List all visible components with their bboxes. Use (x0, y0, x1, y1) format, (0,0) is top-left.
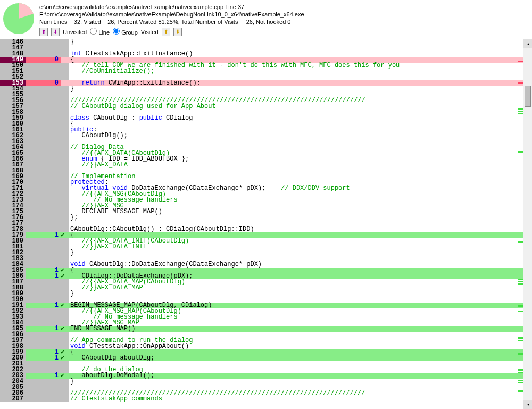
code-text: // Implementation (69, 174, 532, 180)
code-line[interactable]: 204} (0, 379, 532, 385)
line-radio[interactable]: Line (90, 28, 110, 36)
scroll-down-icon[interactable]: ▾ (523, 400, 532, 409)
gutter (61, 104, 69, 110)
gutter (61, 69, 69, 74)
minimap-tick (518, 283, 523, 285)
gutter: ✔ (61, 326, 69, 332)
code-text: void CAboutDlg::DoDataExchange(CDataExch… (69, 262, 532, 268)
toolbar: ⬆ ⬇ Unvisited Line Group Visited ⬆ ⬇ (39, 26, 304, 36)
visit-count (26, 191, 61, 197)
gutter (61, 57, 69, 63)
visit-count (26, 151, 61, 156)
code-text: aboutDlg.DoModal(); (69, 373, 532, 379)
prev-visited-button[interactable]: ⬆ (162, 28, 170, 36)
visit-count (26, 385, 61, 390)
minimap-tick (518, 151, 523, 153)
code-text: void CTeststakApp::OnAppAbout() (69, 344, 532, 349)
code-body[interactable]: 146}147148int CTeststakApp::ExitInstance… (0, 39, 532, 409)
code-line[interactable]: 2001✔ CAboutDlg aboutDlg; (0, 355, 532, 361)
vertical-scrollbar[interactable]: ▴ ▾ (523, 39, 532, 409)
visit-count: 1 (26, 373, 61, 379)
group-radio[interactable]: Group (113, 28, 138, 36)
visited-label: Visited (141, 28, 159, 36)
gutter (61, 168, 69, 174)
minimap-tick (518, 337, 523, 339)
code-line[interactable]: 182} (0, 250, 532, 256)
gutter (61, 133, 69, 139)
gutter: ✔ (61, 268, 69, 273)
code-line[interactable]: 162 CAboutDlg(); (0, 133, 532, 139)
visit-count (26, 308, 61, 314)
check-icon: ✔ (61, 373, 68, 379)
code-text: } (69, 39, 532, 45)
gutter (61, 174, 69, 180)
code-line[interactable]: 151 //CoUninitialize(); (0, 69, 532, 74)
code-line[interactable]: 189} (0, 291, 532, 297)
code-line[interactable]: 207// CTeststakApp commands (0, 396, 532, 402)
coverage-stats: Num Lines 32, Visited 26, Percent Visite… (39, 18, 304, 26)
code-text: } (69, 291, 532, 297)
minimap-tick (518, 281, 523, 282)
gutter (61, 215, 69, 221)
visit-count (26, 285, 61, 291)
visit-count (26, 180, 61, 186)
code-line[interactable]: 157// CAboutDlg dialog used for App Abou… (0, 104, 532, 110)
gutter (61, 139, 69, 145)
gutter (61, 390, 69, 396)
visit-count (26, 110, 61, 115)
minimap-tick (518, 353, 523, 355)
gutter (61, 203, 69, 209)
code-line[interactable]: 176}; (0, 215, 532, 221)
code-line[interactable]: 146} (0, 39, 532, 45)
visit-count (26, 45, 61, 51)
code-line[interactable]: 1951✔END_MESSAGE_MAP() (0, 326, 532, 332)
gutter (61, 110, 69, 115)
code-line[interactable]: 178CAboutDlg::CAboutDlg() : CDialog(CAbo… (0, 227, 532, 232)
scroll-track[interactable] (523, 48, 532, 400)
code-line[interactable]: 175 DECLARE_MESSAGE_MAP() (0, 209, 532, 215)
unvisited-label: Unvisited (63, 28, 87, 36)
code-line[interactable]: 188 //}}AFX_DATA_MAP (0, 285, 532, 291)
code-line[interactable]: 1530 return CWinApp::ExitInstance(); (0, 80, 532, 86)
prev-unvisited-button[interactable]: ⬆ (39, 28, 48, 36)
coverage-minimap[interactable] (518, 39, 523, 409)
gutter (61, 367, 69, 373)
code-text: } (69, 86, 532, 92)
code-line[interactable]: 198void CTeststakApp::OnAppAbout() (0, 344, 532, 349)
scroll-thumb[interactable] (525, 86, 531, 107)
gutter (61, 145, 69, 151)
minimap-tick (518, 113, 523, 114)
minimap-tick (518, 111, 523, 112)
next-unvisited-button[interactable]: ⬇ (51, 28, 60, 36)
code-text: //CoUninitialize(); (69, 69, 532, 74)
code-line[interactable]: 2031✔ aboutDlg.DoModal(); (0, 373, 532, 379)
code-text (69, 168, 532, 174)
gutter (61, 156, 69, 162)
check-icon: ✔ (61, 349, 68, 355)
gutter (61, 244, 69, 250)
code-line[interactable]: 181 //}}AFX_DATA_INIT (0, 244, 532, 250)
visit-count (26, 197, 61, 203)
minimap-tick (518, 390, 523, 392)
next-visited-button[interactable]: ⬇ (173, 28, 182, 36)
scroll-up-icon[interactable]: ▴ (523, 39, 532, 48)
visit-count (26, 121, 61, 127)
gutter (61, 297, 69, 303)
gutter: ✔ (61, 303, 69, 308)
gutter (61, 63, 69, 69)
visit-count (26, 390, 61, 396)
code-line[interactable]: 154} (0, 86, 532, 92)
visit-count (26, 279, 61, 285)
visit-count (26, 221, 61, 227)
minimap-tick (518, 369, 523, 371)
gutter (61, 162, 69, 168)
code-line[interactable]: 167 //}}AFX_DATA (0, 162, 532, 168)
gutter (61, 121, 69, 127)
code-line[interactable]: 148int CTeststakApp::ExitInstance() (0, 51, 532, 57)
gutter (61, 285, 69, 291)
code-text: } (69, 250, 532, 256)
code-line[interactable]: 184void CAboutDlg::DoDataExchange(CDataE… (0, 262, 532, 268)
code-text: //}}AFX_DATA (69, 162, 532, 168)
minimap-tick (518, 340, 523, 341)
code-line[interactable]: 159class CAboutDlg : public CDialog (0, 115, 532, 121)
